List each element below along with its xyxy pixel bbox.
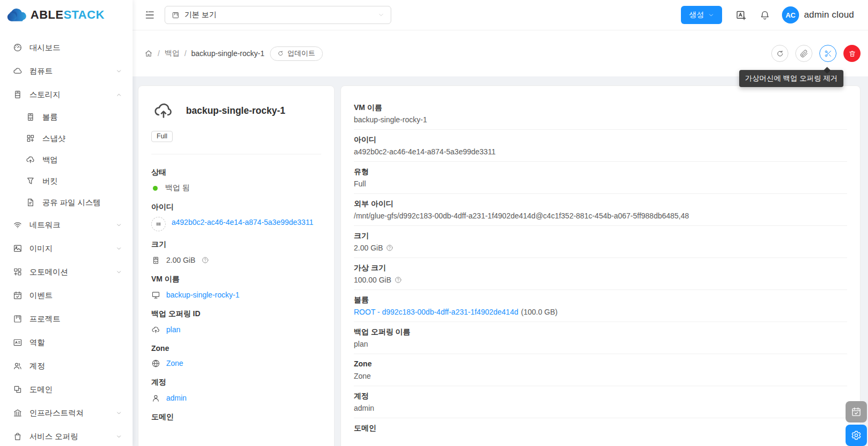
zone-value: Zone: [354, 371, 371, 381]
brand-name-accent: STACK: [64, 8, 105, 22]
sidebar-item-label: 오토메이션: [29, 267, 68, 277]
detail-row-size: 크기2.00 GiB: [354, 226, 847, 258]
detail-label: 도메인: [354, 423, 847, 433]
update-button[interactable]: 업데이트: [270, 46, 323, 61]
summary-field-account: 계정admin: [151, 378, 321, 404]
cloud-icon: [13, 66, 22, 76]
home-icon[interactable]: [144, 49, 153, 58]
sidebar-item-label: 이미지: [29, 244, 53, 254]
sidebar-submenu-storage: 볼륨스냅샷백업버킷공유 파일 시스템: [0, 106, 133, 213]
sidebar-item-infrastructure[interactable]: 인프라스트럭쳐: [0, 401, 133, 425]
automation-icon: [13, 267, 22, 277]
detail-row-volume: 볼륨ROOT - d992c183-00db-4dff-a231-1f4902d…: [354, 290, 847, 322]
field-label: 아이디: [151, 202, 321, 212]
detail-label: Zone: [354, 359, 847, 369]
delete-button[interactable]: [843, 45, 861, 62]
sidebar-item-automation[interactable]: 오토메이션: [0, 260, 133, 284]
backup-title: backup-single-rocky-1: [186, 105, 285, 116]
sidebar-item-project[interactable]: 프로젝트: [0, 307, 133, 331]
chevron-down-icon: [116, 92, 122, 98]
volume-link[interactable]: ROOT - d992c183-00db-4dff-a231-1f4902de4…: [354, 307, 518, 317]
refresh-button[interactable]: [771, 45, 788, 62]
size-value: 2.00 GiB: [354, 243, 383, 253]
detail-row-type: 유형Full: [354, 162, 847, 194]
sidebar-item-account[interactable]: 계정: [0, 354, 133, 378]
sidebar-item-network[interactable]: 네트워크: [0, 213, 133, 237]
view-selector[interactable]: 기본 보기: [165, 6, 391, 24]
sidebar-item-bucket[interactable]: 버킷: [0, 170, 133, 192]
chevron-down-icon: [708, 12, 714, 18]
domain-icon: [13, 385, 22, 394]
backup-offering-id-link[interactable]: plan: [166, 325, 180, 334]
brand-logo[interactable]: ABLESTACK: [0, 0, 133, 30]
detail-row-external-id: 외부 아이디/mnt/glue-gfs/d992c183-00db-4dff-a…: [354, 194, 847, 226]
chevron-down-icon: [116, 269, 122, 275]
sidebar-item-compute[interactable]: 컴퓨트: [0, 59, 133, 83]
sidebar-item-image[interactable]: 이미지: [0, 237, 133, 260]
breadcrumb: /백업/backup-single-rocky-1: [144, 49, 265, 58]
role-icon: [13, 338, 22, 347]
question-circle-icon: [201, 256, 209, 264]
size-value: 2.00 GiB: [166, 256, 195, 264]
summary-field-vm-name: VM 이름backup-single-rocky-1: [151, 275, 321, 301]
field-label: Zone: [151, 344, 321, 353]
sidebar-item-domain[interactable]: 도메인: [0, 378, 133, 401]
vm-name-link[interactable]: backup-single-rocky-1: [166, 291, 239, 299]
volume-suffix: (100.0 GB): [521, 307, 557, 317]
breadcrumb-item[interactable]: 백업: [165, 49, 180, 58]
annotation-icon[interactable]: [735, 10, 747, 21]
volume-icon: [26, 112, 35, 122]
chevron-down-icon: [378, 12, 384, 18]
detail-row-domain: 도메인: [354, 418, 847, 446]
attach-button[interactable]: [795, 45, 812, 62]
status-dot: [153, 186, 158, 191]
field-label: 도메인: [151, 412, 321, 422]
remove-backup-offering-button[interactable]: [819, 45, 836, 62]
field-label: 계정: [151, 378, 321, 387]
detail-label: 크기: [354, 231, 847, 240]
sidebar-item-snapshot[interactable]: 스냅샷: [0, 128, 133, 149]
detail-row-zone: ZoneZone: [354, 354, 847, 386]
desktop-icon: [151, 291, 160, 300]
zone-link[interactable]: Zone: [166, 359, 183, 367]
sidebar-item-service-offering[interactable]: 서비스 오퍼링: [0, 425, 133, 446]
gear-icon: [851, 430, 862, 441]
calendar-check-icon: [851, 406, 862, 417]
external-id-value: /mnt/glue-gfs/d992c183-00db-4dff-a231-1f…: [354, 211, 689, 221]
sidebar-item-event[interactable]: 이벤트: [0, 284, 133, 307]
sidebar-fold-icon[interactable]: [144, 10, 155, 20]
settings-button[interactable]: [846, 425, 867, 446]
sidebar-item-volume[interactable]: 볼륨: [0, 106, 133, 128]
sidebar-menu: 대시보드컴퓨트스토리지볼륨스냅샷백업버킷공유 파일 시스템네트워크이미지오토메이…: [0, 30, 133, 446]
storage-icon: [13, 90, 22, 99]
sidebar-item-label: 도메인: [29, 385, 53, 395]
sidebar-item-label: 대시보드: [29, 43, 60, 53]
event-timeline-button[interactable]: [846, 401, 867, 422]
content-area: backup-single-rocky-1 Full 상태백업 됨아이디a492…: [133, 76, 868, 446]
sidebar-item-label: 백업: [42, 155, 58, 165]
sidebar-item-shared-filesystem[interactable]: 공유 파일 시스템: [0, 192, 133, 213]
summary-field-domain: 도메인: [151, 412, 321, 422]
uuid-link[interactable]: a492b0c2-ac46-4e14-a874-5a3e99de3311: [172, 217, 313, 229]
user-name[interactable]: admin cloud: [804, 10, 854, 20]
dashboard-icon: [13, 43, 22, 52]
summary-header: backup-single-rocky-1: [151, 100, 321, 121]
detail-label: 외부 아이디: [354, 199, 847, 208]
notifications-bell-icon[interactable]: [759, 10, 770, 21]
detail-label: 가상 크기: [354, 263, 847, 272]
vm-name-value: backup-single-rocky-1: [354, 115, 427, 124]
sidebar-item-role[interactable]: 역할: [0, 331, 133, 354]
detail-rows: VM 이름backup-single-rocky-1아이디a492b0c2-ac…: [354, 98, 847, 446]
chevron-down-icon: [116, 434, 122, 440]
user-avatar[interactable]: AC: [782, 6, 799, 24]
detail-row-vm-name: VM 이름backup-single-rocky-1: [354, 98, 847, 130]
create-button[interactable]: 생성: [681, 6, 722, 24]
account-link[interactable]: admin: [166, 394, 187, 402]
divider: [151, 154, 321, 154]
infrastructure-icon: [13, 408, 22, 418]
sidebar-item-backup[interactable]: 백업: [0, 149, 133, 170]
sidebar-item-label: 스토리지: [29, 90, 60, 100]
sidebar-item-label: 공유 파일 시스템: [42, 198, 101, 208]
sidebar-item-dashboard[interactable]: 대시보드: [0, 36, 133, 59]
sidebar-item-storage[interactable]: 스토리지: [0, 83, 133, 106]
